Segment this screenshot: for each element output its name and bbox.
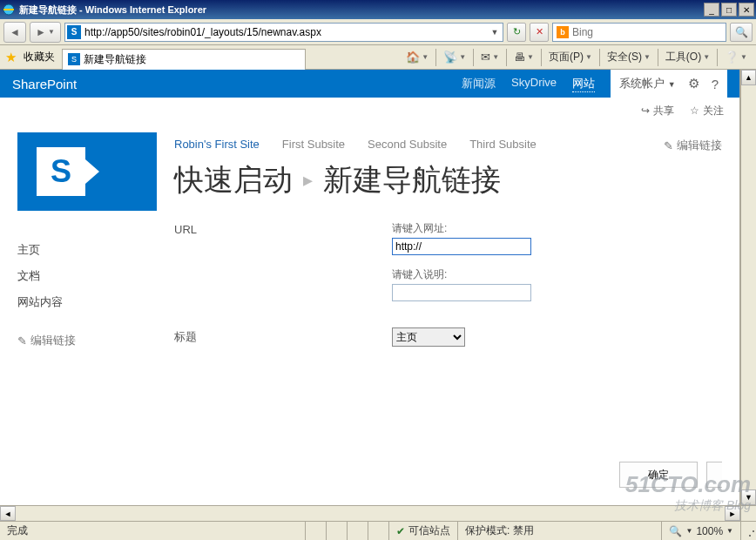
forward-button[interactable]: ► ▼: [30, 22, 61, 43]
leftnav-documents[interactable]: 文档: [17, 263, 174, 289]
topnav-edit-links[interactable]: ✎编辑链接: [664, 138, 722, 153]
follow-button[interactable]: ☆关注: [690, 104, 724, 118]
print-icon: 🖶: [514, 51, 525, 64]
pencil-icon: ✎: [17, 334, 27, 348]
crumb-root-site[interactable]: Robin's First Site: [174, 138, 260, 153]
address-dropdown-icon[interactable]: ▼: [489, 28, 501, 37]
mail-button[interactable]: ✉▼: [477, 49, 503, 65]
scroll-down-icon[interactable]: ▼: [741, 489, 756, 505]
form-buttons: 确定: [619, 462, 722, 488]
search-box[interactable]: b: [552, 23, 726, 42]
rss-icon: 📡: [443, 51, 457, 64]
leftnav-home[interactable]: 主页: [17, 237, 174, 263]
left-column: S 主页 文档 网站内容 ✎编辑链接: [17, 132, 174, 359]
crumb-subsite-1[interactable]: First Subsite: [282, 138, 345, 153]
nav-site[interactable]: 网站: [572, 76, 595, 92]
help-question-icon[interactable]: ?: [712, 77, 719, 91]
suite-nav: 新闻源 SkyDrive 网站: [462, 76, 595, 92]
back-button[interactable]: ◄: [3, 22, 26, 43]
trusted-check-icon: ✔: [396, 525, 405, 537]
search-input[interactable]: [572, 26, 722, 38]
page-actions-row: ↪共享 ☆关注: [0, 98, 739, 124]
ie-command-toolbar: 🏠▼ 📡▼ ✉▼ 🖶▼ 页面(P)▼ 安全(S)▼ 工具(O)▼ ❔▼: [402, 48, 751, 66]
address-box[interactable]: S ▼: [64, 23, 503, 42]
crumb-subsite-2[interactable]: Second Subsite: [368, 138, 447, 153]
follow-star-icon: ☆: [690, 105, 699, 117]
nav-skydrive[interactable]: SkyDrive: [511, 76, 557, 92]
page-title: 快速启动 ▸ 新建导航链接: [174, 155, 722, 221]
vertical-scrollbar[interactable]: ▲ ▼: [740, 70, 756, 505]
status-zoom[interactable]: 🔍▼ 100% ▼: [661, 522, 740, 540]
url-input[interactable]: [84, 24, 485, 40]
title-part-newnav: 新建导航链接: [323, 160, 501, 200]
page-content: SharePoint 新闻源 SkyDrive 网站 系统帐户 ▼ ⚙ ? ↪共…: [0, 70, 740, 505]
help-button[interactable]: ❔▼: [721, 49, 751, 65]
scroll-up-icon[interactable]: ▲: [741, 70, 756, 85]
heading-form-row: 标题 主页: [174, 327, 722, 359]
scroll-right-icon[interactable]: ►: [725, 506, 740, 521]
favorites-star-icon[interactable]: ★: [5, 50, 17, 65]
nav-newsfeed[interactable]: 新闻源: [462, 76, 496, 92]
url-input-label: 请键入网址:: [392, 221, 722, 236]
url-form-row: URL 请键入网址: 请键入说明:: [174, 221, 722, 314]
favorites-label[interactable]: 收藏夹: [24, 50, 55, 64]
scroll-corner: [740, 505, 756, 521]
resize-grip[interactable]: ⋰: [740, 522, 756, 540]
leftnav-edit-links[interactable]: ✎编辑链接: [17, 327, 174, 354]
site-logo[interactable]: S: [17, 132, 157, 211]
quick-launch-nav: 主页 文档 网站内容 ✎编辑链接: [17, 237, 174, 354]
main-column: Robin's First Site First Subsite Second …: [174, 132, 722, 359]
status-trusted-sites[interactable]: ✔可信站点: [388, 522, 457, 540]
heading-select[interactable]: 主页: [392, 327, 465, 347]
sharepoint-brand[interactable]: SharePoint: [12, 77, 462, 91]
tab-favicon-icon: S: [68, 53, 80, 65]
refresh-button[interactable]: ↻: [507, 23, 526, 42]
feeds-button[interactable]: 📡▼: [440, 49, 469, 65]
status-done: 完成: [0, 522, 305, 540]
scroll-left-icon[interactable]: ◄: [0, 506, 16, 521]
close-button[interactable]: ✕: [739, 3, 754, 17]
cancel-button-cut[interactable]: [706, 462, 722, 488]
tab-title: 新建导航链接: [84, 52, 146, 67]
share-icon: ↪: [641, 105, 650, 117]
browser-tab[interactable]: S 新建导航链接: [62, 49, 306, 70]
sharepoint-logo-icon: S: [37, 147, 85, 196]
help-icon: ❔: [725, 51, 739, 64]
search-button[interactable]: 🔍: [730, 23, 753, 42]
description-input-label: 请键入说明:: [392, 267, 722, 282]
sharepoint-ribbon: SharePoint 新闻源 SkyDrive 网站 系统帐户 ▼ ⚙ ?: [0, 70, 739, 98]
zoom-icon: 🔍: [669, 525, 682, 537]
ie-icon: [2, 3, 16, 17]
title-part-quicklaunch: 快速启动: [174, 160, 293, 200]
crumb-subsite-3[interactable]: Third Subsite: [469, 138, 537, 153]
stop-button[interactable]: ✕: [530, 23, 549, 42]
pencil-icon: ✎: [664, 139, 673, 152]
window-titlebar: 新建导航链接 - Windows Internet Explorer _ □ ✕: [0, 0, 756, 19]
status-protected-mode: 保护模式: 禁用: [457, 522, 541, 540]
settings-gear-icon[interactable]: ⚙: [688, 76, 699, 91]
safety-menu[interactable]: 安全(S)▼: [604, 48, 654, 66]
window-title: 新建导航链接 - Windows Internet Explorer: [19, 3, 704, 17]
share-button[interactable]: ↪共享: [641, 104, 674, 118]
ok-button[interactable]: 确定: [619, 462, 698, 488]
page-menu[interactable]: 页面(P)▼: [545, 48, 596, 66]
home-button[interactable]: 🏠▼: [402, 49, 432, 65]
maximize-button[interactable]: □: [721, 3, 737, 17]
mail-icon: ✉: [481, 51, 490, 64]
site-favicon-icon: S: [67, 25, 81, 39]
bing-icon: b: [557, 26, 569, 38]
horizontal-scrollbar[interactable]: ◄ ►: [0, 505, 740, 521]
description-input-field[interactable]: [392, 284, 531, 301]
tools-menu[interactable]: 工具(O)▼: [662, 48, 713, 66]
title-separator-icon: ▸: [303, 169, 313, 192]
favorites-row: ★ 收藏夹 S 新建导航链接 🏠▼ 📡▼ ✉▼ 🖶▼ 页面(P)▼ 安全(S)▼…: [0, 45, 756, 70]
url-input-field[interactable]: [392, 238, 531, 255]
print-button[interactable]: 🖶▼: [510, 49, 537, 65]
url-section-label: URL: [174, 221, 392, 314]
status-bar: 完成 ✔可信站点 保护模式: 禁用 🔍▼ 100% ▼ ⋰: [0, 521, 756, 540]
suite-user-area: 系统帐户 ▼ ⚙ ?: [611, 70, 727, 98]
leftnav-site-contents[interactable]: 网站内容: [17, 289, 174, 315]
address-bar-row: ◄ ► ▼ S ▼ ↻ ✕ b 🔍: [0, 19, 756, 45]
user-menu[interactable]: 系统帐户 ▼: [619, 76, 676, 91]
minimize-button[interactable]: _: [704, 3, 719, 17]
